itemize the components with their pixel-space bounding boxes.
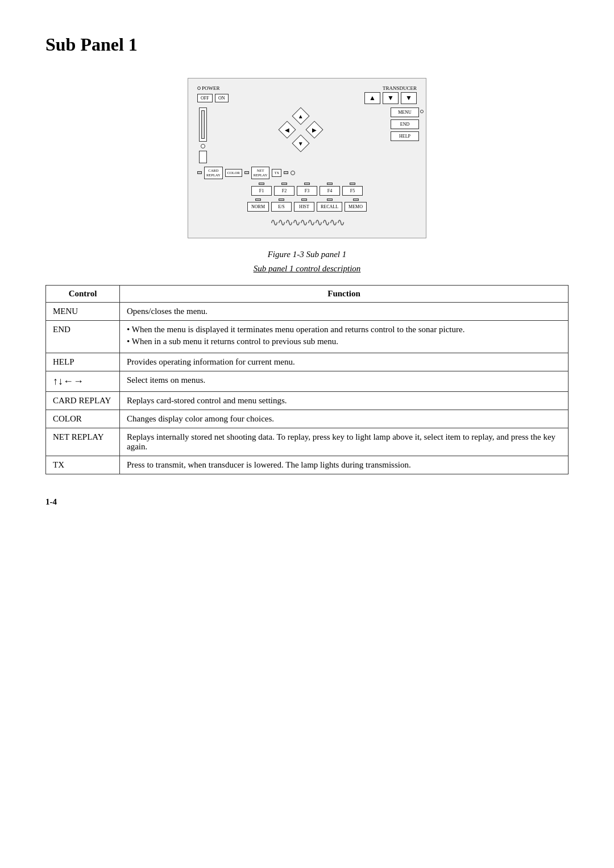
card-replay-indicator [197, 171, 202, 174]
help-button[interactable]: HELP [391, 131, 419, 141]
tx-indicator [284, 171, 288, 174]
top-labels: POWER TRANSDUCER [195, 85, 419, 91]
f1-button[interactable]: F1 [251, 183, 272, 196]
nav-up-button[interactable]: ▲ [292, 107, 309, 125]
norm-button-group: NORM [247, 199, 269, 212]
diamond-pad: ▲ ◀ ▶ ▼ [281, 110, 321, 150]
control-name-net-replay: NET REPLAY [46, 428, 120, 456]
es-indicator [279, 199, 284, 201]
sidebar-slider-inner [201, 110, 205, 139]
control-name-tx: TX [46, 456, 120, 474]
on-button[interactable]: ON [215, 94, 229, 102]
table-row: NET REPLAY Replays internally stored net… [46, 428, 569, 456]
f3-label[interactable]: F3 [297, 186, 317, 196]
sub-panel-description-title: Sub panel 1 control description [45, 264, 569, 274]
panel-diagram: POWER TRANSDUCER OFF ON ▲ ▼ ▼ [188, 78, 426, 238]
power-label-area: POWER [197, 85, 220, 91]
bottom-function-row: NORM E/S HIST RECALL MEMO [195, 199, 419, 212]
f4-indicator [327, 183, 333, 185]
memo-button[interactable]: MEMO [345, 202, 367, 212]
function-menu: Opens/closes the menu. [120, 302, 569, 320]
memo-indicator [353, 199, 359, 201]
left-sidebar [195, 108, 211, 163]
control-name-color: COLOR [46, 410, 120, 428]
norm-indicator [255, 199, 261, 201]
control-table: Control Function MENU Opens/closes the m… [45, 285, 569, 474]
hist-indicator [301, 199, 307, 201]
table-row: COLOR Changes display color among four c… [46, 410, 569, 428]
transducer-down-button[interactable]: ▼ [383, 92, 399, 104]
power-label-text: POWER [202, 85, 220, 91]
f4-button[interactable]: F4 [320, 183, 340, 196]
f3-indicator [304, 183, 310, 185]
recall-button[interactable]: RECALL [317, 202, 342, 212]
color-button[interactable]: COLOR [225, 169, 242, 177]
figure-caption: Figure 1-3 Sub panel 1 [45, 250, 569, 259]
hist-button[interactable]: HIST [294, 202, 314, 212]
function-arrows: Select items on menus. [120, 371, 569, 391]
function-card-replay: Replays card-stored control and menu set… [120, 391, 569, 410]
net-replay-button[interactable]: NETREPLAY [251, 167, 270, 179]
menu-button[interactable]: MENU [391, 108, 419, 117]
function-end: When the menu is displayed it terminates… [120, 320, 569, 353]
nav-down-button[interactable]: ▼ [292, 134, 309, 152]
table-row: ↑↓←→ Select items on menus. [46, 371, 569, 391]
recall-button-group: RECALL [317, 199, 342, 212]
middle-section: ▲ ◀ ▶ ▼ MENU END HELP [195, 108, 419, 163]
sidebar-small-rect[interactable] [199, 151, 207, 163]
page-number: 1-4 [45, 497, 569, 507]
tx-dot [291, 171, 295, 175]
control-name-arrows: ↑↓←→ [46, 371, 120, 391]
right-buttons: MENU END HELP [391, 108, 419, 163]
sidebar-slider[interactable] [199, 108, 207, 142]
control-row: CARDREPLAY COLOR NETREPLAY TX [195, 167, 419, 179]
card-replay-button[interactable]: CARDREPLAY [204, 167, 223, 179]
transducer-label-text: TRANSDUCER [383, 85, 417, 91]
function-help: Provides operating information for curre… [120, 353, 569, 371]
f1-indicator [259, 183, 264, 185]
table-row: HELP Provides operating information for … [46, 353, 569, 371]
transducer-down2-button[interactable]: ▼ [401, 92, 417, 104]
control-name-card-replay: CARD REPLAY [46, 391, 120, 410]
norm-button[interactable]: NORM [247, 202, 269, 212]
f5-button[interactable]: F5 [342, 183, 363, 196]
off-button[interactable]: OFF [197, 94, 213, 102]
end-button[interactable]: END [391, 119, 419, 129]
nav-left-button[interactable]: ◀ [278, 121, 296, 138]
table-row: CARD REPLAY Replays card-stored control … [46, 391, 569, 410]
f3-button[interactable]: F3 [297, 183, 317, 196]
function-color: Changes display color among four choices… [120, 410, 569, 428]
table-row: TX Press to transmit, when transducer is… [46, 456, 569, 474]
end-bullet-1: When the menu is displayed it terminates… [127, 325, 561, 334]
es-button-group: E/S [271, 199, 292, 212]
table-header-control: Control [46, 285, 120, 302]
net-replay-indicator [244, 171, 249, 174]
f4-label[interactable]: F4 [320, 186, 340, 196]
wavy-line: ∿∿∿∿∿∿∿∿∿∿ [195, 216, 419, 229]
f1-label[interactable]: F1 [251, 186, 272, 196]
nav-right-button[interactable]: ▶ [305, 121, 323, 138]
tx-button[interactable]: TX [272, 169, 281, 177]
f5-indicator [350, 183, 355, 185]
table-row: END When the menu is displayed it termin… [46, 320, 569, 353]
f2-button[interactable]: F2 [274, 183, 294, 196]
panel-diagram-container: POWER TRANSDUCER OFF ON ▲ ▼ ▼ [45, 78, 569, 238]
recall-indicator [327, 199, 333, 201]
end-bullet-2: When in a sub menu it returns control to… [127, 337, 561, 346]
es-button[interactable]: E/S [271, 202, 292, 212]
function-net-replay: Replays internally stored net shooting d… [120, 428, 569, 456]
fkeys-row: F1 F2 F3 F4 F5 [195, 183, 419, 196]
control-name-menu: MENU [46, 302, 120, 320]
sidebar-dot [201, 144, 205, 148]
power-dot [197, 86, 201, 90]
transducer-up-button[interactable]: ▲ [364, 92, 380, 104]
f2-label[interactable]: F2 [274, 186, 294, 196]
center-controls: ▲ ◀ ▶ ▼ [214, 108, 387, 163]
f5-label[interactable]: F5 [342, 186, 363, 196]
menu-indicator-dot [420, 110, 424, 113]
top-row: OFF ON ▲ ▼ ▼ [195, 92, 419, 104]
control-name-end: END [46, 320, 120, 353]
function-tx: Press to transmit, when transducer is lo… [120, 456, 569, 474]
control-name-help: HELP [46, 353, 120, 371]
page-title: Sub Panel 1 [45, 34, 569, 55]
